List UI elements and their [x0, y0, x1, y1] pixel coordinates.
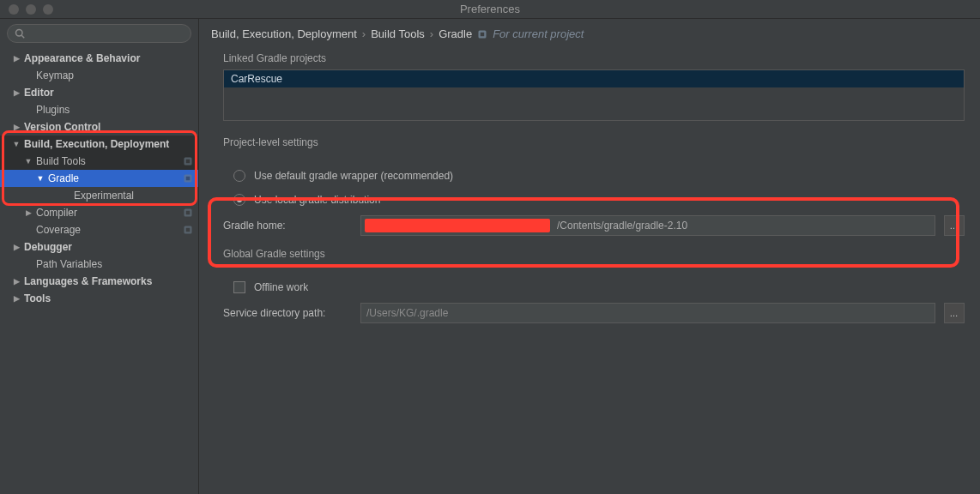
tree-arrow-icon: ▶	[12, 123, 21, 131]
tree-item-tools[interactable]: ▶Tools	[0, 290, 198, 307]
tree-arrow-icon: ▶	[12, 277, 21, 286]
tree-item-label: Debugger	[24, 241, 72, 253]
svg-point-0	[16, 30, 23, 37]
breadcrumb: Build, Execution, Deployment › Build Too…	[211, 27, 965, 40]
tree-item-label: Build, Execution, Deployment	[24, 138, 169, 150]
tree-item-appearance-behavior[interactable]: ▶Appearance & Behavior	[0, 50, 198, 67]
tree-item-label: Gradle	[48, 172, 79, 184]
tree-item-label: Build Tools	[36, 155, 86, 167]
gradle-home-label: Gradle home:	[223, 220, 352, 232]
global-gradle-settings-label: Global Gradle settings	[223, 248, 965, 260]
tree-arrow-icon: ▶	[24, 208, 33, 217]
tree-item-label: Version Control	[24, 121, 100, 133]
service-directory-value: /Users/KG/.gradle	[366, 307, 448, 319]
offline-work-row[interactable]: Offline work	[223, 275, 965, 299]
tree-item-label: Appearance & Behavior	[24, 52, 140, 64]
breadcrumb-sep: ›	[362, 27, 366, 40]
tree-item-keymap[interactable]: Keymap	[0, 67, 198, 84]
tree-item-label: Path Variables	[36, 258, 102, 270]
project-scope-icon	[183, 208, 193, 218]
svg-rect-7	[186, 211, 191, 215]
tree-item-label: Coverage	[36, 224, 81, 236]
service-directory-label: Service directory path:	[223, 307, 352, 319]
tree-item-path-variables[interactable]: Path Variables	[0, 256, 198, 273]
gradle-home-value: /Contents/gradle/gradle-2.10	[557, 220, 687, 232]
tree-item-languages-frameworks[interactable]: ▶Languages & Frameworks	[0, 273, 198, 290]
tree-item-label: Languages & Frameworks	[24, 275, 152, 287]
tree-item-label: Plugins	[36, 104, 70, 116]
sidebar: ▶Appearance & BehaviorKeymap▶EditorPlugi…	[0, 19, 199, 494]
settings-tree: ▶Appearance & BehaviorKeymap▶EditorPlugi…	[0, 48, 198, 494]
linked-project-item[interactable]: CarRescue	[224, 70, 964, 87]
search-input-wrap[interactable]	[7, 24, 191, 43]
traffic-lights	[0, 4, 53, 15]
tree-arrow-icon: ▼	[12, 140, 21, 148]
tree-item-experimental[interactable]: Experimental	[0, 187, 198, 204]
tree-item-debugger[interactable]: ▶Debugger	[0, 238, 198, 256]
svg-rect-11	[481, 32, 485, 36]
tree-arrow-icon: ▼	[36, 174, 45, 183]
close-window-button[interactable]	[9, 4, 19, 15]
tree-item-version-control[interactable]: ▶Version Control	[0, 118, 198, 136]
tree-item-label: Experimental	[74, 190, 134, 202]
redacted-path-segment	[365, 219, 550, 232]
tree-item-label: Keymap	[36, 69, 74, 81]
breadcrumb-part: Gradle	[439, 27, 472, 40]
project-level-settings-label: Project-level settings	[223, 136, 965, 148]
project-scope-icon	[477, 29, 487, 39]
tree-arrow-icon: ▶	[12, 88, 21, 97]
main-panel: Build, Execution, Deployment › Build Too…	[199, 19, 980, 494]
tree-item-coverage[interactable]: Coverage	[0, 221, 198, 238]
breadcrumb-sep: ›	[430, 27, 433, 40]
linked-projects-list[interactable]: CarRescue	[223, 69, 965, 121]
linked-projects-label: Linked Gradle projects	[223, 52, 965, 64]
tree-item-label: Compiler	[36, 207, 77, 219]
tree-arrow-icon: ▶	[12, 243, 21, 251]
search-icon	[15, 28, 25, 39]
tree-arrow-icon: ▶	[12, 294, 21, 303]
gradle-home-browse-button[interactable]: …	[944, 215, 965, 236]
project-scope-icon	[183, 173, 193, 184]
radio-default-wrapper[interactable]: Use default gradle wrapper (recommended)	[223, 164, 965, 188]
titlebar: Preferences	[0, 0, 980, 19]
offline-work-label: Offline work	[254, 281, 308, 293]
offline-work-checkbox[interactable]	[233, 281, 245, 293]
tree-item-label: Editor	[24, 87, 54, 99]
zoom-window-button[interactable]	[43, 4, 53, 15]
tree-item-compiler[interactable]: ▶Compiler	[0, 204, 198, 221]
window-title: Preferences	[0, 3, 980, 15]
radio-local-distribution-label: Use local gradle distribution	[254, 194, 380, 206]
svg-rect-3	[186, 160, 191, 164]
svg-rect-5	[186, 177, 191, 181]
project-scope-icon	[183, 156, 193, 166]
breadcrumb-part: Build, Execution, Deployment	[211, 27, 357, 40]
svg-line-1	[21, 35, 24, 38]
project-scope-icon	[183, 225, 193, 235]
tree-item-build-execution-deployment[interactable]: ▼Build, Execution, Deployment	[0, 136, 198, 153]
minimize-window-button[interactable]	[26, 4, 36, 15]
service-directory-input[interactable]: /Users/KG/.gradle	[360, 303, 935, 323]
radio-default-wrapper-button[interactable]	[233, 170, 245, 182]
breadcrumb-scope: For current project	[493, 27, 584, 40]
tree-item-gradle[interactable]: ▼Gradle	[0, 170, 198, 187]
tree-item-label: Tools	[24, 292, 51, 304]
service-directory-browse-button[interactable]: …	[944, 303, 965, 323]
tree-item-plugins[interactable]: Plugins	[0, 101, 198, 118]
radio-local-distribution[interactable]: Use local gradle distribution	[223, 188, 965, 212]
search-input[interactable]	[28, 27, 184, 39]
tree-item-build-tools[interactable]: ▼Build Tools	[0, 153, 198, 170]
svg-rect-9	[186, 228, 191, 232]
radio-default-wrapper-label: Use default gradle wrapper (recommended)	[254, 170, 453, 182]
tree-arrow-icon: ▶	[12, 54, 21, 63]
radio-local-distribution-button[interactable]	[233, 194, 245, 206]
tree-arrow-icon: ▼	[24, 157, 33, 166]
breadcrumb-part: Build Tools	[371, 27, 425, 40]
tree-item-editor[interactable]: ▶Editor	[0, 84, 198, 101]
gradle-home-input[interactable]: /Contents/gradle/gradle-2.10	[360, 215, 935, 236]
